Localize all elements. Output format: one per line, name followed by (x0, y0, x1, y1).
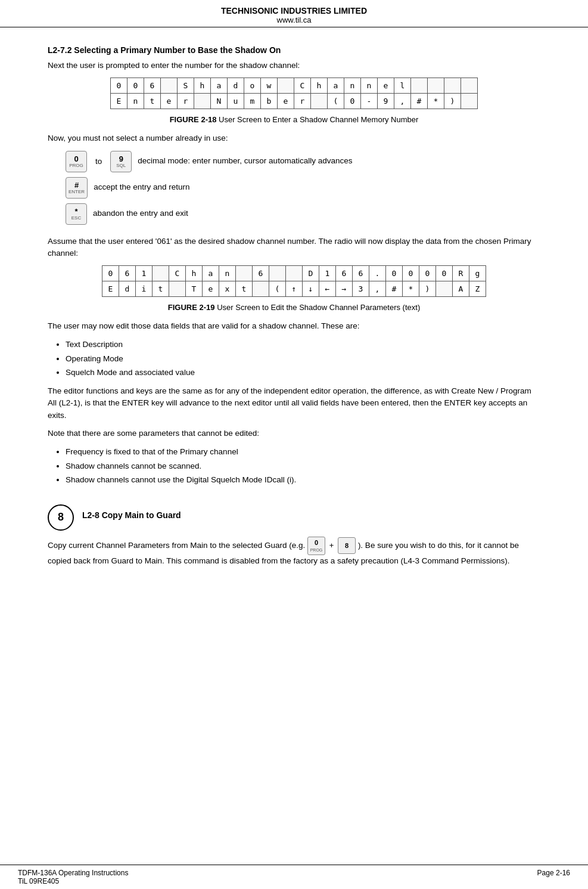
page-footer: TDFM-136A Operating Instructions TiL 09R… (0, 865, 588, 889)
section-273-para1: Assume that the user entered '061' as th… (48, 236, 540, 260)
key-0-to-9-desc: decimal mode: enter number, cursor autom… (138, 156, 352, 167)
section-273-para2: The user may now edit those data fields … (48, 320, 540, 332)
section-273-para4: Note that there are some parameters that… (48, 428, 540, 439)
section-l272-heading: L2-7.2 Selecting a Primary Number to Bas… (48, 45, 540, 55)
section-273-para3: The editor functions and keys are the sa… (48, 385, 540, 422)
key-9-button[interactable]: 9 SQL (110, 151, 132, 172)
section-figure19: Assume that the user entered '061' as th… (48, 236, 540, 487)
l28-header: 8 L2-8 Copy Main to Guard (48, 504, 540, 531)
bullet-no-idcall: Shadow channels cannot use the Digital S… (66, 473, 540, 487)
bullet-freq-fixed: Frequency is fixed to that of the Primar… (66, 445, 540, 459)
l28-heading: L2-8 Copy Main to Guard (82, 510, 181, 520)
section-l28: 8 L2-8 Copy Main to Guard Copy current C… (48, 504, 540, 567)
section-273-bullets1: Text Description Operating Mode Squelch … (66, 338, 540, 379)
l28-para1-text1: Copy current Channel Parameters from Mai… (48, 541, 305, 550)
lcd19-row1: 061 Chan 6 D166. 0000 Rg (102, 266, 486, 281)
bullet-op-mode: Operating Mode (66, 352, 540, 365)
key-instructions-note: Now, you must not select a number alread… (48, 132, 540, 144)
lcd18-row1: 006 Shadow Channel (111, 78, 478, 94)
figure-18-lcd: 006 Shadow Channel Enter Number (0-9,#*) (110, 78, 478, 109)
figure-19-lcd: 061 Chan 6 D166. 0000 Rg Edit Text ( ↑↓←… (102, 265, 486, 297)
lcd19-row2: Edit Text ( ↑↓←→ 3, #*) AZ (102, 281, 486, 297)
section-273-bullets2: Frequency is fixed to that of the Primar… (66, 445, 540, 487)
footer-right: Page 2-16 (537, 869, 570, 885)
l28-para1: Copy current Channel Parameters from Mai… (48, 537, 540, 567)
key-0-to-9-row: 0 PROG to 9 SQL decimal mode: enter numb… (66, 151, 540, 172)
section-l272: L2-7.2 Selecting a Primary Number to Bas… (48, 45, 540, 225)
key-star-row: * ESC abandon the entry and exit (66, 203, 540, 225)
l28-icon: 8 (48, 504, 74, 531)
figure-18-caption: FIGURE 2-18 User Screen to Enter a Shado… (48, 115, 540, 124)
lcd18-row2: Enter Number (0-9,#*) (111, 94, 478, 109)
key-hash-button[interactable]: # ENTER (66, 177, 88, 199)
bullet-text-desc: Text Description (66, 338, 540, 351)
bullet-squelch: Squelch Mode and associated value (66, 366, 540, 379)
main-content: L2-7.2 Selecting a Primary Number to Bas… (0, 27, 588, 609)
key-star-button[interactable]: * ESC (66, 203, 87, 225)
key-0-button[interactable]: 0 PROG (66, 151, 87, 172)
section-l272-intro: Next the user is prompted to enter the n… (48, 60, 540, 72)
company-name: TECHNISONIC INDUSTRIES LIMITED (0, 6, 588, 16)
key-hash-row: # ENTER accept the entry and return (66, 177, 540, 199)
to-label: to (95, 157, 102, 166)
footer-left: TDFM-136A Operating Instructions TiL 09R… (18, 869, 128, 885)
l28-prog-key[interactable]: 0 PROG (307, 537, 325, 555)
key-star-desc: abandon the entry and exit (93, 208, 188, 219)
page-header: TECHNISONIC INDUSTRIES LIMITED www.til.c… (0, 0, 588, 27)
bullet-no-scan: Shadow channels cannot be scanned. (66, 460, 540, 473)
key-hash-desc: accept the entry and return (94, 182, 189, 193)
l28-8-key[interactable]: 8 (338, 537, 356, 554)
company-website: www.til.ca (0, 16, 588, 24)
figure-19-caption: FIGURE 2-19 User Screen to Edit the Shad… (48, 303, 540, 312)
